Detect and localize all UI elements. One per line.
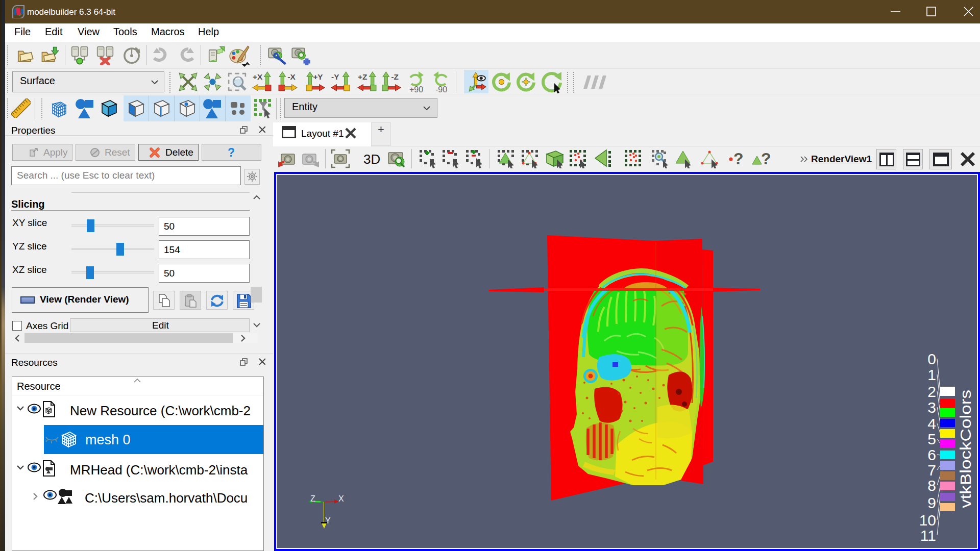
- svg-text:0: 0: [927, 350, 936, 367]
- svg-text:1: 1: [927, 366, 936, 383]
- svg-text:-X: -X: [288, 72, 296, 81]
- svg-text:+X: +X: [253, 72, 263, 81]
- svg-text:7: 7: [927, 462, 936, 479]
- svg-text:-90: -90: [435, 85, 447, 93]
- svg-text:8: 8: [927, 477, 936, 494]
- svg-text:9: 9: [927, 494, 936, 511]
- svg-text:-Z: -Z: [391, 72, 399, 81]
- svg-text:4: 4: [927, 415, 936, 432]
- svg-text:3: 3: [927, 399, 936, 416]
- svg-text:+Y: +Y: [313, 72, 323, 81]
- svg-text:vtkBlockColors: vtkBlockColors: [957, 390, 974, 508]
- svg-text:?: ?: [733, 150, 744, 168]
- svg-text:10: 10: [919, 512, 936, 529]
- svg-text:X: X: [338, 494, 344, 503]
- svg-text:Y: Y: [325, 516, 331, 525]
- svg-text:2: 2: [927, 383, 936, 400]
- svg-text:+Z: +Z: [358, 72, 367, 81]
- svg-text:5: 5: [927, 431, 936, 447]
- svg-text:Z: Z: [310, 494, 315, 503]
- svg-text:+90: +90: [409, 85, 423, 93]
- svg-text:11: 11: [920, 527, 936, 544]
- svg-text:6: 6: [927, 446, 936, 463]
- svg-text:-Y: -Y: [331, 72, 339, 81]
- svg-text:?: ?: [761, 150, 771, 168]
